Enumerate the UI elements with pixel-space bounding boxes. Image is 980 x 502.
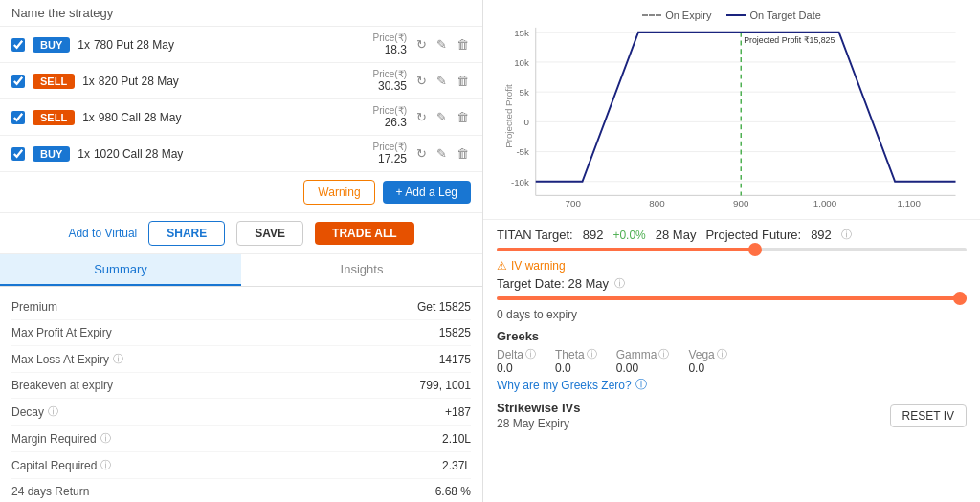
leg-edit-btn-2[interactable]: ✎ — [434, 108, 449, 126]
leg-row: BUY 1x 780 Put 28 May Price(₹) 18.3 ↻ ✎ … — [0, 27, 482, 63]
price-slider-track — [497, 248, 967, 251]
summary-row: 24 days Return 6.68 % — [11, 479, 471, 502]
target-date-help-icon[interactable]: ⓘ — [614, 276, 625, 291]
svg-text:Price: Price — [735, 207, 756, 209]
leg-actions-2: ↻ ✎ 🗑 — [414, 108, 471, 126]
summary-info-icon-2[interactable]: ⓘ — [113, 352, 123, 366]
leg-price-value-1: 30.35 — [373, 79, 407, 93]
leg-edit-btn-1[interactable]: ✎ — [434, 72, 449, 90]
leg-name-2: 980 Call 28 May — [99, 111, 373, 124]
leg-delete-btn-0[interactable]: 🗑 — [455, 35, 471, 54]
leg-delete-btn-2[interactable]: 🗑 — [455, 108, 471, 126]
titan-row: TITAN Target: 892 +0.0% 28 May Projected… — [497, 228, 967, 242]
leg-actions-0: ↻ ✎ 🗑 — [414, 35, 471, 54]
leg-checkbox-1[interactable] — [11, 75, 25, 88]
summary-info-icon-5[interactable]: ⓘ — [100, 431, 111, 446]
summary-label-3: Breakeven at expiry — [11, 379, 113, 392]
leg-checkbox-0[interactable] — [11, 38, 25, 52]
leg-price-value-3: 17.25 — [373, 152, 407, 165]
summary-row: Breakeven at expiry 799, 1001 — [11, 373, 471, 399]
summary-label-5: Margin Required ⓘ — [11, 431, 111, 446]
legend-expiry: On Expiry — [642, 10, 711, 21]
projected-label: Projected Future: — [705, 228, 801, 242]
why-greeks-link[interactable]: Why are my Greeks Zero? ⓘ — [497, 377, 967, 393]
leg-edit-btn-3[interactable]: ✎ — [434, 144, 449, 163]
leg-type-badge-3: BUY — [33, 146, 70, 162]
leg-checkbox-2[interactable] — [11, 111, 25, 124]
tab-summary[interactable]: Summary — [0, 254, 241, 286]
leg-delete-btn-1[interactable]: 🗑 — [455, 72, 471, 90]
leg-delete-btn-3[interactable]: 🗑 — [455, 144, 471, 163]
leg-price-label-3: Price(₹) — [373, 142, 407, 152]
svg-text:700: 700 — [566, 198, 582, 208]
greek-theta: Theta ⓘ 0.0 — [555, 347, 597, 375]
leg-price-block-2: Price(₹) 26.3 — [373, 105, 407, 129]
titan-change: +0.0% — [612, 229, 645, 242]
leg-refresh-btn-1[interactable]: ↻ — [414, 72, 429, 90]
price-slider-container — [497, 248, 967, 251]
summary-label-0: Premium — [11, 300, 57, 314]
gamma-help-icon[interactable]: ⓘ — [658, 347, 669, 361]
leg-checkbox-3[interactable] — [11, 147, 25, 161]
legs-container: BUY 1x 780 Put 28 May Price(₹) 18.3 ↻ ✎ … — [0, 27, 482, 172]
summary-info-icon-6[interactable]: ⓘ — [100, 458, 111, 472]
leg-name-0: 780 Put 28 May — [94, 38, 373, 52]
leg-qty-0: 1x — [78, 38, 90, 52]
add-virtual-button[interactable]: Add to Virtual — [68, 227, 137, 240]
leg-price-label-2: Price(₹) — [373, 105, 407, 116]
add-leg-button[interactable]: + Add a Leg — [383, 181, 471, 204]
leg-name-3: 1020 Call 28 May — [94, 147, 373, 161]
summary-content: Premium Get 15825 Max Profit At Expiry 1… — [0, 287, 482, 502]
help-circle-icon: ⓘ — [635, 377, 647, 393]
right-panel: On Expiry On Target Date 15k 10k 5k 0 -5… — [483, 0, 980, 502]
projected-value: 892 — [811, 228, 832, 242]
leg-refresh-btn-3[interactable]: ↻ — [414, 144, 429, 163]
trade-all-button[interactable]: TRADE ALL — [315, 222, 414, 245]
target-slider-thumb[interactable] — [953, 292, 967, 305]
save-button[interactable]: SAVE — [236, 221, 303, 246]
summary-row: Margin Required ⓘ 2.10L — [11, 426, 471, 452]
svg-text:1,000: 1,000 — [813, 198, 837, 208]
summary-label-1: Max Profit At Expiry — [11, 326, 112, 339]
summary-label-6: Capital Required ⓘ — [11, 458, 111, 472]
theta-value: 0.0 — [555, 361, 597, 375]
leg-row: SELL 1x 980 Call 28 May Price(₹) 26.3 ↻ … — [0, 99, 482, 136]
leg-row: SELL 1x 820 Put 28 May Price(₹) 30.35 ↻ … — [0, 63, 482, 99]
leg-edit-btn-0[interactable]: ✎ — [434, 35, 449, 54]
price-slider-thumb[interactable] — [748, 243, 762, 256]
strikewise-title: Strikewise IVs — [497, 401, 580, 415]
leg-price-block-0: Price(₹) 18.3 — [373, 33, 407, 56]
delta-help-icon[interactable]: ⓘ — [525, 347, 536, 361]
greek-gamma: Gamma ⓘ 0.00 — [616, 347, 670, 375]
summary-info-icon-4[interactable]: ⓘ — [48, 404, 58, 419]
leg-name-1: 820 Put 28 May — [99, 75, 373, 88]
vega-help-icon[interactable]: ⓘ — [717, 347, 727, 361]
info-panel: TITAN Target: 892 +0.0% 28 May Projected… — [483, 220, 980, 502]
greeks-title: Greeks — [497, 329, 967, 343]
leg-actions-1: ↻ ✎ 🗑 — [414, 72, 471, 90]
leg-actions-3: ↻ ✎ 🗑 — [414, 144, 471, 163]
leg-price-block-1: Price(₹) 30.35 — [373, 69, 407, 93]
svg-text:15k: 15k — [514, 28, 529, 38]
warning-button[interactable]: Warning — [303, 180, 374, 205]
profit-chart: 15k 10k 5k 0 -5k -10k Projected Profit 7… — [493, 23, 970, 209]
summary-row: Capital Required ⓘ 2.37L — [11, 452, 471, 479]
summary-value-7: 6.68 % — [435, 485, 471, 498]
reset-iv-button[interactable]: RESET IV — [890, 404, 967, 427]
projected-help-icon[interactable]: ⓘ — [841, 228, 852, 242]
theta-help-icon[interactable]: ⓘ — [587, 347, 597, 361]
leg-refresh-btn-2[interactable]: ↻ — [414, 108, 429, 126]
leg-price-label-1: Price(₹) — [373, 69, 407, 79]
leg-qty-2: 1x — [82, 111, 95, 124]
leg-type-badge-2: SELL — [33, 110, 75, 125]
iv-warning: ⚠ IV warning — [497, 259, 967, 273]
svg-text:-5k: -5k — [516, 146, 529, 157]
summary-value-2: 14175 — [439, 353, 471, 366]
summary-row: Max Loss At Expiry ⓘ 14175 — [11, 346, 471, 373]
summary-label-4: Decay ⓘ — [11, 404, 58, 419]
leg-refresh-btn-0[interactable]: ↻ — [414, 35, 429, 54]
date-label: 28 May — [656, 228, 697, 242]
tab-insights[interactable]: Insights — [241, 254, 482, 286]
action-row: Warning + Add a Leg — [0, 172, 482, 213]
share-button[interactable]: SHARE — [148, 221, 225, 246]
